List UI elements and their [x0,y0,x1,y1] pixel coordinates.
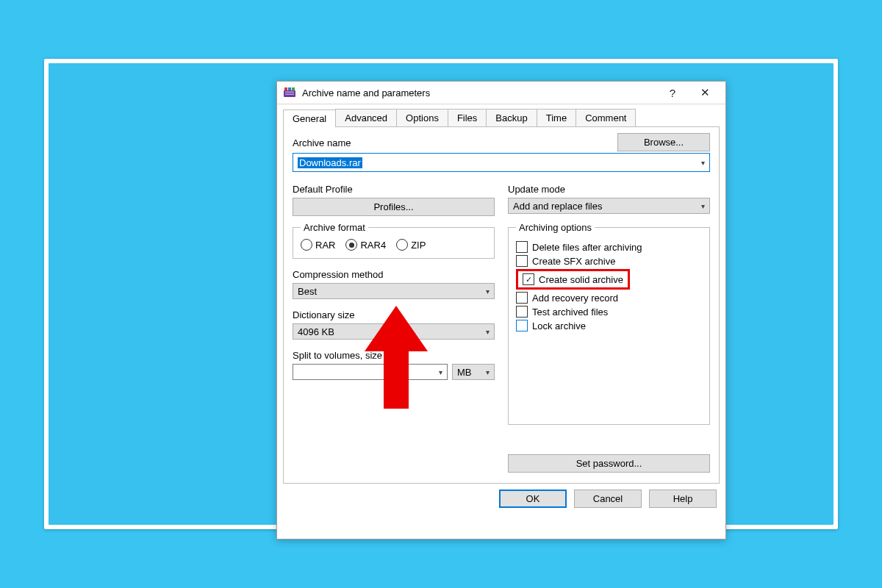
checkbox-label: Lock archive [532,320,586,331]
help-icon: ? [670,87,675,99]
button-label: Profiles... [373,201,413,212]
image-card: Archive name and parameters ? ✕ General … [44,59,838,529]
radio-label: ZIP [411,240,426,251]
checkbox-icon [523,273,534,285]
tab-general[interactable]: General [283,110,336,127]
update-mode-select[interactable]: Add and replace files ▾ [508,198,710,214]
opt-create-solid[interactable]: Create solid archive [523,273,623,285]
titlebar: Archive name and parameters ? ✕ [277,82,725,104]
tab-time[interactable]: Time [537,109,576,126]
split-volumes-label: Split to volumes, size [293,350,495,361]
browse-button[interactable]: Browse... [617,133,710,151]
default-profile-label: Default Profile [293,184,495,195]
checkbox-icon [516,255,528,267]
profiles-button[interactable]: Profiles... [293,198,495,216]
archive-name-label: Archive name [293,137,351,148]
archiving-options-legend: Archiving options [516,222,595,233]
set-password-button[interactable]: Set password... [508,454,710,473]
tab-backup[interactable]: Backup [486,109,537,126]
tab-options[interactable]: Options [396,109,448,126]
radio-rar[interactable]: RAR [301,239,335,251]
button-label: Help [673,493,693,504]
tab-page-general: Archive name Browse... Downloads.rar ▾ D… [283,127,720,484]
dictionary-size-label: Dictionary size [293,309,495,320]
dictionary-size-value: 4096 KB [298,326,334,337]
radio-icon [345,239,357,251]
tab-label: General [293,113,326,124]
radio-icon [301,239,312,251]
svg-rect-3 [284,87,287,90]
button-label: OK [526,493,540,504]
split-unit-value: MB [457,367,472,378]
tab-label: Time [546,112,567,123]
opt-test-archived[interactable]: Test archived files [516,306,702,318]
split-unit-select[interactable]: MB ▾ [452,364,495,380]
dictionary-size-select[interactable]: 4096 KB ▾ [293,323,495,340]
radio-zip[interactable]: ZIP [396,239,426,251]
dialog-title: Archive name and parameters [302,87,656,98]
chevron-down-icon: ▾ [486,368,490,376]
checkbox-icon [516,320,528,331]
svg-rect-5 [292,87,295,90]
compression-method-value: Best [298,286,317,297]
checkbox-label: Add recovery record [532,293,618,304]
close-button[interactable]: ✕ [689,82,721,103]
tabstrip: General Advanced Options Files Backup Ti… [283,109,720,127]
update-mode-label: Update mode [508,184,710,195]
close-icon: ✕ [700,86,710,99]
archive-name-value: Downloads.rar [298,157,362,168]
checkbox-icon [516,241,528,253]
svg-rect-1 [285,92,294,93]
svg-rect-2 [285,94,294,96]
compression-method-select[interactable]: Best ▾ [293,283,495,299]
tab-advanced[interactable]: Advanced [335,109,397,126]
help-button[interactable]: ? [656,82,689,103]
checkbox-label: Create solid archive [539,274,623,285]
ok-button[interactable]: OK [499,490,567,508]
split-size-input[interactable]: ▾ [293,364,448,380]
dialog-buttons: OK Cancel Help [277,490,717,508]
checkbox-label: Create SFX archive [532,256,615,267]
opt-lock-archive[interactable]: Lock archive [516,320,702,331]
opt-create-sfx[interactable]: Create SFX archive [516,255,702,267]
cancel-button[interactable]: Cancel [574,490,642,508]
compression-method-label: Compression method [293,269,495,280]
radio-icon [396,239,408,251]
tab-label: Files [457,112,477,123]
tab-label: Backup [495,112,527,123]
highlight-solid-archive: Create solid archive [516,269,630,290]
archive-name-input[interactable]: Downloads.rar ▾ [293,153,710,172]
tab-label: Advanced [345,112,387,123]
app-icon [283,86,296,99]
tab-comment[interactable]: Comment [576,109,636,126]
chevron-down-icon: ▾ [486,328,490,336]
radio-label: RAR4 [360,240,386,251]
checkbox-icon [516,306,528,318]
archive-format-legend: Archive format [301,222,368,233]
svg-rect-4 [288,87,291,90]
update-mode-value: Add and replace files [513,201,602,212]
chevron-down-icon: ▾ [701,159,705,167]
checkbox-icon [516,292,528,304]
button-label: Set password... [576,458,642,469]
tab-label: Options [406,112,439,123]
image-background: Archive name and parameters ? ✕ General … [49,63,833,525]
opt-recovery-record[interactable]: Add recovery record [516,292,702,304]
archive-format-group: Archive format RAR RAR4 ZIP [293,222,495,259]
chevron-down-icon: ▾ [486,287,490,295]
tab-label: Comment [585,112,626,123]
radio-label: RAR [315,240,335,251]
archiving-options-group: Archiving options Delete files after arc… [508,222,710,425]
winrar-dialog: Archive name and parameters ? ✕ General … [276,81,726,539]
checkbox-label: Test archived files [532,306,608,318]
dialog-help-button[interactable]: Help [649,490,717,508]
tab-files[interactable]: Files [448,109,487,126]
button-label: Browse... [644,137,684,148]
checkbox-label: Delete files after archiving [532,242,642,253]
chevron-down-icon: ▾ [439,368,442,376]
radio-rar4[interactable]: RAR4 [345,239,386,251]
button-label: Cancel [593,493,623,504]
opt-delete-after[interactable]: Delete files after archiving [516,241,702,253]
chevron-down-icon: ▾ [701,202,705,210]
